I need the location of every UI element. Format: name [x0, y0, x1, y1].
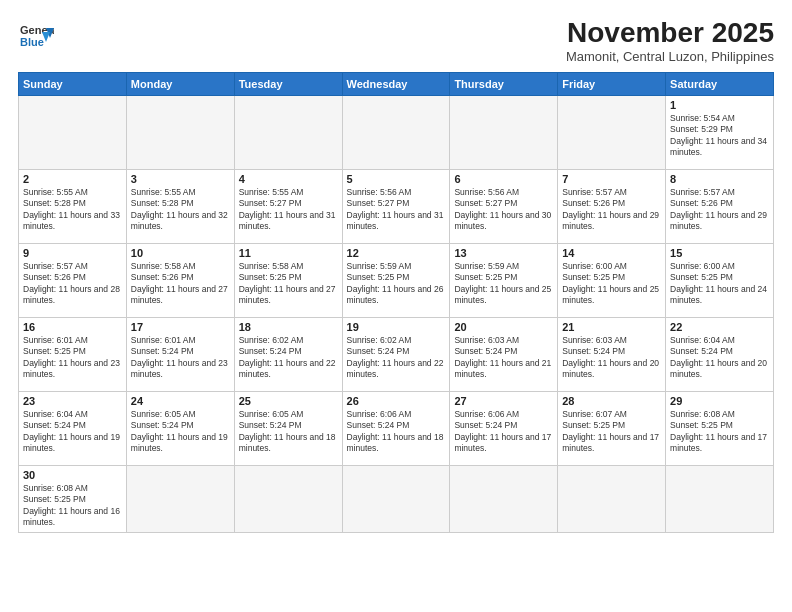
calendar-cell: 21Sunrise: 6:03 AMSunset: 5:24 PMDayligh… [558, 317, 666, 391]
calendar-cell [234, 95, 342, 169]
calendar-cell-empty [666, 465, 774, 532]
calendar-cell: 1Sunrise: 5:54 AMSunset: 5:29 PMDaylight… [666, 95, 774, 169]
header-saturday: Saturday [666, 72, 774, 95]
calendar-cell: 12Sunrise: 5:59 AMSunset: 5:25 PMDayligh… [342, 243, 450, 317]
calendar-cell: 28Sunrise: 6:07 AMSunset: 5:25 PMDayligh… [558, 391, 666, 465]
svg-text:Blue: Blue [20, 36, 44, 48]
calendar-cell-empty [450, 465, 558, 532]
calendar-cell: 20Sunrise: 6:03 AMSunset: 5:24 PMDayligh… [450, 317, 558, 391]
calendar-cell: 11Sunrise: 5:58 AMSunset: 5:25 PMDayligh… [234, 243, 342, 317]
calendar-cell: 15Sunrise: 6:00 AMSunset: 5:25 PMDayligh… [666, 243, 774, 317]
calendar-cell: 27Sunrise: 6:06 AMSunset: 5:24 PMDayligh… [450, 391, 558, 465]
header-tuesday: Tuesday [234, 72, 342, 95]
calendar-cell: 23Sunrise: 6:04 AMSunset: 5:24 PMDayligh… [19, 391, 127, 465]
calendar-cell: 10Sunrise: 5:58 AMSunset: 5:26 PMDayligh… [126, 243, 234, 317]
calendar-cell-empty [126, 465, 234, 532]
month-title: November 2025 [566, 18, 774, 49]
calendar-cell: 29Sunrise: 6:08 AMSunset: 5:25 PMDayligh… [666, 391, 774, 465]
calendar-cell-empty [558, 465, 666, 532]
calendar-cell-empty [234, 465, 342, 532]
calendar-cell: 13Sunrise: 5:59 AMSunset: 5:25 PMDayligh… [450, 243, 558, 317]
title-block: November 2025 Mamonit, Central Luzon, Ph… [566, 18, 774, 64]
calendar-cell: 3Sunrise: 5:55 AMSunset: 5:28 PMDaylight… [126, 169, 234, 243]
calendar-table: Sunday Monday Tuesday Wednesday Thursday… [18, 72, 774, 533]
calendar-cell: 19Sunrise: 6:02 AMSunset: 5:24 PMDayligh… [342, 317, 450, 391]
calendar-cell: 7Sunrise: 5:57 AMSunset: 5:26 PMDaylight… [558, 169, 666, 243]
calendar-cell [342, 95, 450, 169]
calendar-cell: 22Sunrise: 6:04 AMSunset: 5:24 PMDayligh… [666, 317, 774, 391]
header-sunday: Sunday [19, 72, 127, 95]
header-wednesday: Wednesday [342, 72, 450, 95]
header-friday: Friday [558, 72, 666, 95]
calendar-cell: 6Sunrise: 5:56 AMSunset: 5:27 PMDaylight… [450, 169, 558, 243]
logo: General Blue [18, 18, 54, 54]
calendar-cell [558, 95, 666, 169]
header-thursday: Thursday [450, 72, 558, 95]
calendar-cell: 5Sunrise: 5:56 AMSunset: 5:27 PMDaylight… [342, 169, 450, 243]
calendar-cell: 8Sunrise: 5:57 AMSunset: 5:26 PMDaylight… [666, 169, 774, 243]
location: Mamonit, Central Luzon, Philippines [566, 49, 774, 64]
calendar-cell-empty [342, 465, 450, 532]
calendar-cell: 18Sunrise: 6:02 AMSunset: 5:24 PMDayligh… [234, 317, 342, 391]
calendar-cell: 14Sunrise: 6:00 AMSunset: 5:25 PMDayligh… [558, 243, 666, 317]
calendar-cell: 17Sunrise: 6:01 AMSunset: 5:24 PMDayligh… [126, 317, 234, 391]
header-monday: Monday [126, 72, 234, 95]
page-header: General Blue November 2025 Mamonit, Cent… [18, 18, 774, 64]
calendar-cell: 16Sunrise: 6:01 AMSunset: 5:25 PMDayligh… [19, 317, 127, 391]
calendar-cell: 2Sunrise: 5:55 AMSunset: 5:28 PMDaylight… [19, 169, 127, 243]
calendar-cell [450, 95, 558, 169]
logo-icon: General Blue [18, 18, 54, 54]
calendar-cell: 4Sunrise: 5:55 AMSunset: 5:27 PMDaylight… [234, 169, 342, 243]
calendar-cell: 25Sunrise: 6:05 AMSunset: 5:24 PMDayligh… [234, 391, 342, 465]
calendar-cell [126, 95, 234, 169]
calendar-cell: 26Sunrise: 6:06 AMSunset: 5:24 PMDayligh… [342, 391, 450, 465]
calendar-cell [19, 95, 127, 169]
calendar-cell: 24Sunrise: 6:05 AMSunset: 5:24 PMDayligh… [126, 391, 234, 465]
weekday-header-row: Sunday Monday Tuesday Wednesday Thursday… [19, 72, 774, 95]
calendar-cell: 9Sunrise: 5:57 AMSunset: 5:26 PMDaylight… [19, 243, 127, 317]
calendar-cell: 30Sunrise: 6:08 AMSunset: 5:25 PMDayligh… [19, 465, 127, 532]
